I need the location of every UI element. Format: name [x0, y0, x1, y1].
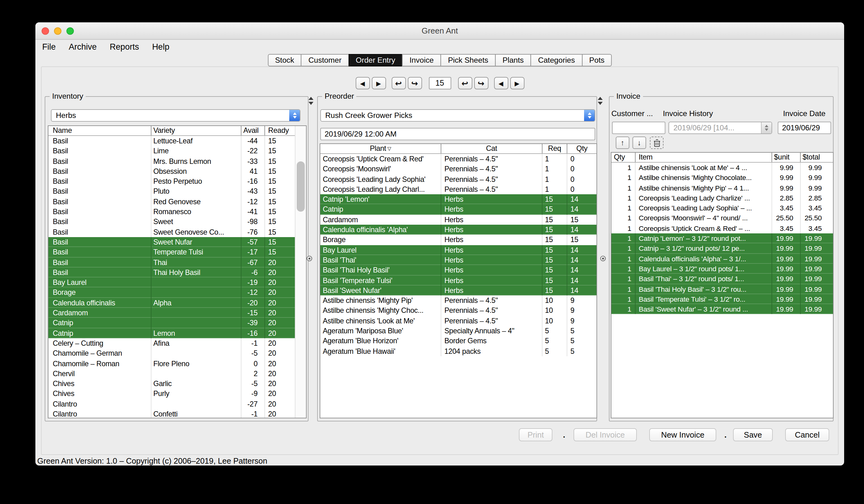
delete-invoice-button[interactable]: Del Invoice: [574, 428, 637, 441]
nav-transfer-back-button[interactable]: ↩: [458, 77, 472, 89]
invoice-date-field[interactable]: [778, 122, 831, 134]
table-row[interactable]: BasilThai-6720: [48, 257, 306, 267]
table-row[interactable]: 1Bay Laurel – 3 1/2" round pots/ 1...19.…: [611, 264, 833, 274]
step-up-icon[interactable]: [309, 97, 313, 100]
nav-jump-forward-button[interactable]: ↪: [407, 77, 422, 89]
step-down-icon[interactable]: [309, 102, 313, 105]
nav-next-button[interactable]: ▶: [371, 77, 386, 89]
table-row[interactable]: Chamomile – German-520: [48, 348, 306, 358]
table-row[interactable]: Chervil220: [48, 369, 306, 379]
table-row[interactable]: Calendula officinalis 'Alpha'Herbs1514: [320, 225, 597, 235]
column-header-qty[interactable]: Qty: [567, 144, 597, 153]
table-row[interactable]: BasilPesto Perpetuo-1615: [48, 176, 306, 187]
table-row[interactable]: Basil 'Thai Holy Basil'Herbs1514: [320, 265, 597, 276]
table-row[interactable]: 1Basil 'Sweet Nufar' – 3 1/2" round ...1…: [611, 304, 833, 314]
pane-step-arrows[interactable]: [309, 97, 313, 105]
table-row[interactable]: BasilThai Holy Basil-620: [48, 267, 306, 278]
table-row[interactable]: Cardamom-1520: [48, 308, 306, 318]
table-row[interactable]: ChivesGarlic-520: [48, 379, 306, 389]
table-row[interactable]: CilantroConfetti-120: [48, 409, 306, 418]
column-header-item[interactable]: Item: [635, 153, 771, 162]
new-invoice-button[interactable]: New Invoice: [649, 428, 716, 441]
nav-jump-back-button[interactable]: ↩: [391, 77, 406, 89]
nav-last-button[interactable]: ▶: [510, 77, 524, 89]
tab-customer[interactable]: Customer: [301, 54, 349, 67]
table-row[interactable]: Celery – CuttingAfina-120: [48, 338, 306, 349]
menu-archive[interactable]: Archive: [69, 42, 97, 51]
invoice-history-dropdown[interactable]: 2019/06/29 [104...: [669, 122, 772, 134]
table-row[interactable]: 1Basil 'Thai Holy Basil' – 3 1/2" rou...…: [611, 284, 833, 294]
table-row[interactable]: 1Basil 'Thai' – 3 1/2" round pots/ 1...1…: [611, 274, 833, 284]
table-row[interactable]: BasilLettuce-Leaf-4415: [48, 136, 306, 146]
table-row[interactable]: BasilPluto-4315: [48, 187, 306, 197]
table-row[interactable]: 1Coreopsis 'Leading Lady Charlize' ...2.…: [611, 193, 833, 203]
table-row[interactable]: 1Basil 'Temperate Tulsi' – 3 1/2" ro...1…: [611, 294, 833, 304]
table-row[interactable]: 1Coreopsis 'Moonswirl' – 4" round/ ...25…: [611, 213, 833, 224]
column-header-cat[interactable]: Cat: [441, 144, 542, 153]
table-row[interactable]: Calendula officinalisAlpha-2020: [48, 298, 306, 308]
table-row[interactable]: BasilTemperate Tulsi-1715: [48, 247, 306, 257]
tab-stock[interactable]: Stock: [267, 54, 302, 67]
table-row[interactable]: Cilantro-2720: [48, 399, 306, 409]
customer-field[interactable]: [612, 122, 665, 134]
table-row[interactable]: Ageratum 'Blue Horizon'Border Gems55: [320, 336, 597, 346]
nav-prev-button[interactable]: ◀: [355, 77, 370, 89]
table-row[interactable]: BorageHerbs1515: [320, 235, 597, 245]
table-row[interactable]: 1Calendula officinalis 'Alpha' – 3 1/...…: [611, 254, 833, 264]
column-header-ready[interactable]: Ready: [264, 126, 295, 135]
table-row[interactable]: Coreopsis 'Leading Lady Charl...Perennia…: [320, 184, 597, 195]
table-row[interactable]: Basil 'Temperate Tulsi'Herbs1514: [320, 275, 597, 286]
tab-pick-sheets[interactable]: Pick Sheets: [440, 54, 496, 67]
table-row[interactable]: BasilRed Genovese-1215: [48, 197, 306, 207]
table-row[interactable]: 1Coreopsis 'Uptick Cream & Red' – ...3.4…: [611, 224, 833, 234]
column-header-name[interactable]: Name: [48, 126, 151, 135]
save-button[interactable]: Save: [733, 428, 773, 441]
splitter-handle[interactable]: [600, 256, 606, 261]
table-row[interactable]: Astilbe chinensis 'Look at Me'Perennials…: [320, 316, 597, 326]
menu-help[interactable]: Help: [152, 42, 169, 51]
inventory-category-dropdown[interactable]: Herbs: [51, 109, 300, 122]
splitter-handle[interactable]: [307, 256, 312, 261]
print-button[interactable]: Print: [519, 428, 552, 441]
tab-order-entry[interactable]: Order Entry: [348, 54, 403, 67]
move-up-button[interactable]: ↑: [616, 136, 629, 149]
column-header-plant[interactable]: Plant▽: [320, 144, 441, 153]
table-row[interactable]: Basil 'Sweet Nufar'Herbs1514: [320, 286, 597, 296]
tab-pots[interactable]: Pots: [582, 54, 612, 67]
tab-invoice[interactable]: Invoice: [402, 54, 441, 67]
table-row[interactable]: Coreopsis 'Uptick Cream & Red'Perennials…: [320, 154, 597, 164]
pane-step-arrows[interactable]: [598, 97, 603, 105]
table-row[interactable]: Coreopsis 'Moonswirl'Perennials – 4.5"10: [320, 164, 597, 175]
table-row[interactable]: Chamomile – RomanFlore Pleno020: [48, 358, 306, 369]
table-row[interactable]: Basil 'Thai'Herbs1514: [320, 255, 597, 265]
table-row[interactable]: BasilSweet Nufar-5715: [48, 237, 306, 247]
table-row[interactable]: Catnip-3920: [48, 318, 306, 328]
title-bar[interactable]: Green Ant: [35, 22, 844, 40]
scrollbar-thumb[interactable]: [297, 161, 305, 212]
cancel-button[interactable]: Cancel: [785, 428, 829, 441]
table-row[interactable]: BasilLime-2215: [48, 146, 306, 156]
table-row[interactable]: 1Catnip – 3 1/2" round pots/ 12 pe...19.…: [611, 244, 833, 254]
column-header-avail[interactable]: Avail: [241, 126, 264, 135]
column-header-unit[interactable]: $unit: [771, 153, 800, 162]
table-row[interactable]: Astilbe chinensis 'Mighty Pip'Perennials…: [320, 296, 597, 306]
record-number-field[interactable]: [429, 77, 451, 89]
table-row[interactable]: CatnipHerbs1514: [320, 205, 597, 215]
table-row[interactable]: BasilRomanesco-4115: [48, 207, 306, 217]
table-row[interactable]: Borage-1220: [48, 288, 306, 298]
table-row[interactable]: BasilObsession4115: [48, 166, 306, 177]
table-row[interactable]: 1Catnip 'Lemon' – 3 1/2" round pot...19.…: [611, 233, 833, 244]
tab-plants[interactable]: Plants: [495, 54, 531, 67]
preorder-datetime-field[interactable]: [320, 128, 595, 140]
table-row[interactable]: Coreopsis 'Leading Lady Sophia'Perennial…: [320, 174, 597, 184]
table-row[interactable]: 1Coreopsis 'Leading Lady Sophia' – ...3.…: [611, 203, 833, 213]
nav-transfer-forward-button[interactable]: ↪: [474, 77, 488, 89]
step-down-icon[interactable]: [598, 102, 603, 105]
table-row[interactable]: 1Astilbe chinensis 'Mighty Chocolate...9…: [611, 173, 833, 183]
table-row[interactable]: ChivesPurly-920: [48, 389, 306, 399]
table-row[interactable]: 1Astilbe chinensis 'Mighty Pip' – 4 1...…: [611, 183, 833, 193]
table-row[interactable]: 1Astilbe chinensis 'Look at Me' – 4 ...9…: [611, 163, 833, 173]
table-row[interactable]: BasilSweet-9815: [48, 217, 306, 227]
table-row[interactable]: BasilSweet Genovese Co...-7615: [48, 227, 306, 237]
table-row[interactable]: Bay Laurel-1920: [48, 277, 306, 288]
